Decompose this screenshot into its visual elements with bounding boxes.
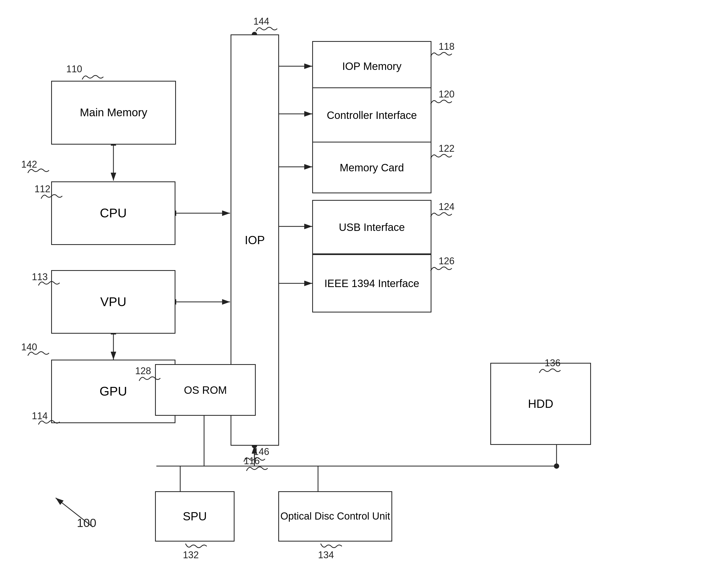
- cpu-label: CPU: [100, 205, 127, 222]
- hdd-box: HDD: [490, 363, 591, 445]
- memory-card-label: Memory Card: [340, 161, 404, 175]
- spu-label: SPU: [183, 509, 207, 524]
- vpu-label: VPU: [100, 294, 126, 310]
- controller-interface-label: Controller Interface: [327, 108, 417, 122]
- os-rom-label: OS ROM: [184, 383, 227, 397]
- vpu-box: VPU: [51, 270, 175, 334]
- main-memory-label: Main Memory: [80, 105, 147, 120]
- memory-card-box: Memory Card: [312, 142, 431, 193]
- cpu-box: CPU: [51, 182, 175, 245]
- iop-memory-box: IOP Memory: [312, 41, 431, 91]
- ieee1394-box: IEEE 1394 Interface: [312, 254, 431, 312]
- hdd-label: HDD: [528, 396, 553, 411]
- main-memory-box: Main Memory: [51, 81, 176, 145]
- usb-interface-label: USB Interface: [339, 220, 405, 234]
- optical-disc-box: Optical Disc Control Unit: [278, 491, 392, 542]
- iop-memory-label: IOP Memory: [342, 59, 401, 73]
- controller-interface-box: Controller Interface: [312, 87, 431, 143]
- os-rom-box: OS ROM: [155, 364, 256, 416]
- spu-box: SPU: [155, 491, 235, 542]
- iop-label: IOP: [245, 233, 265, 248]
- optical-disc-label: Optical Disc Control Unit: [280, 510, 390, 523]
- ref-110: 110: [66, 64, 82, 75]
- svg-point-16: [554, 463, 559, 469]
- gpu-label: GPU: [99, 383, 127, 400]
- usb-interface-box: USB Interface: [312, 200, 431, 254]
- ieee1394-label: IEEE 1394 Interface: [324, 277, 419, 290]
- svg-line-23: [56, 498, 93, 527]
